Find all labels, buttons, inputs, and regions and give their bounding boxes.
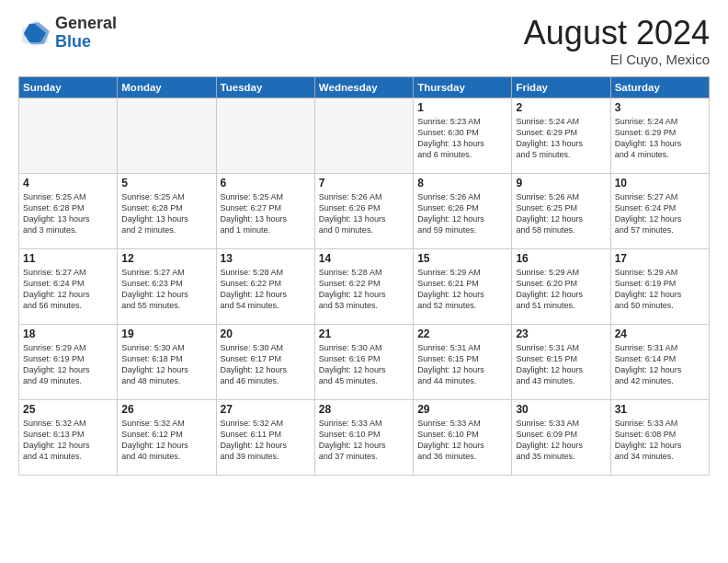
day-info: Sunrise: 5:33 AM Sunset: 6:10 PM Dayligh… [319, 418, 409, 463]
calendar-cell: 1Sunrise: 5:23 AM Sunset: 6:30 PM Daylig… [414, 98, 512, 173]
day-number: 11 [23, 252, 113, 265]
logo-text: General Blue [55, 15, 117, 52]
day-info: Sunrise: 5:30 AM Sunset: 6:18 PM Dayligh… [121, 342, 211, 387]
calendar-cell [19, 98, 118, 173]
page: General Blue August 2024 El Cuyo, Mexico… [0, 0, 728, 563]
day-info: Sunrise: 5:26 AM Sunset: 6:25 PM Dayligh… [516, 191, 606, 236]
calendar-cell [314, 98, 413, 173]
day-info: Sunrise: 5:27 AM Sunset: 6:24 PM Dayligh… [615, 191, 705, 236]
calendar-cell: 30Sunrise: 5:33 AM Sunset: 6:09 PM Dayli… [512, 399, 610, 475]
day-number: 5 [121, 177, 211, 190]
calendar-cell: 14Sunrise: 5:28 AM Sunset: 6:22 PM Dayli… [314, 248, 413, 324]
day-number: 26 [121, 403, 211, 416]
calendar-cell: 10Sunrise: 5:27 AM Sunset: 6:24 PM Dayli… [610, 173, 709, 248]
day-info: Sunrise: 5:25 AM Sunset: 6:27 PM Dayligh… [221, 191, 311, 236]
logo-general-text: General [55, 15, 117, 33]
day-number: 21 [319, 327, 409, 340]
day-number: 2 [516, 101, 606, 114]
day-info: Sunrise: 5:29 AM Sunset: 6:19 PM Dayligh… [615, 267, 705, 312]
day-info: Sunrise: 5:31 AM Sunset: 6:14 PM Dayligh… [615, 342, 705, 387]
calendar-cell: 21Sunrise: 5:30 AM Sunset: 6:16 PM Dayli… [314, 324, 413, 399]
day-info: Sunrise: 5:32 AM Sunset: 6:11 PM Dayligh… [221, 418, 311, 463]
day-info: Sunrise: 5:28 AM Sunset: 6:22 PM Dayligh… [319, 267, 409, 312]
calendar-cell: 29Sunrise: 5:33 AM Sunset: 6:10 PM Dayli… [414, 399, 512, 475]
title-block: August 2024 El Cuyo, Mexico [524, 15, 710, 67]
calendar-week-row: 1Sunrise: 5:23 AM Sunset: 6:30 PM Daylig… [19, 98, 710, 173]
calendar-table: SundayMondayTuesdayWednesdayThursdayFrid… [18, 76, 710, 476]
calendar-cell: 28Sunrise: 5:33 AM Sunset: 6:10 PM Dayli… [314, 399, 413, 475]
day-number: 19 [121, 327, 211, 340]
day-number: 10 [615, 177, 705, 190]
day-number: 25 [23, 403, 113, 416]
calendar-cell: 18Sunrise: 5:29 AM Sunset: 6:19 PM Dayli… [19, 324, 118, 399]
calendar-cell: 15Sunrise: 5:29 AM Sunset: 6:21 PM Dayli… [414, 248, 512, 324]
day-number: 18 [23, 327, 113, 340]
day-number: 9 [516, 177, 606, 190]
col-header-monday: Monday [118, 76, 216, 98]
calendar-week-row: 18Sunrise: 5:29 AM Sunset: 6:19 PM Dayli… [19, 324, 710, 399]
col-header-thursday: Thursday [414, 76, 512, 98]
col-header-sunday: Sunday [19, 76, 118, 98]
calendar-cell: 24Sunrise: 5:31 AM Sunset: 6:14 PM Dayli… [610, 324, 709, 399]
calendar-cell: 11Sunrise: 5:27 AM Sunset: 6:24 PM Dayli… [19, 248, 118, 324]
day-number: 17 [615, 252, 705, 265]
day-number: 6 [221, 177, 311, 190]
day-info: Sunrise: 5:31 AM Sunset: 6:15 PM Dayligh… [516, 342, 606, 387]
header: General Blue August 2024 El Cuyo, Mexico [18, 15, 710, 67]
calendar-cell: 27Sunrise: 5:32 AM Sunset: 6:11 PM Dayli… [216, 399, 314, 475]
day-number: 14 [319, 252, 409, 265]
day-number: 24 [615, 327, 705, 340]
day-number: 16 [516, 252, 606, 265]
calendar-cell [118, 98, 216, 173]
col-header-tuesday: Tuesday [216, 76, 314, 98]
day-number: 29 [417, 403, 507, 416]
day-info: Sunrise: 5:33 AM Sunset: 6:09 PM Dayligh… [516, 418, 606, 463]
calendar-cell: 22Sunrise: 5:31 AM Sunset: 6:15 PM Dayli… [414, 324, 512, 399]
col-header-saturday: Saturday [610, 76, 709, 98]
logo-blue-text: Blue [55, 33, 117, 52]
location: El Cuyo, Mexico [524, 52, 710, 67]
day-number: 28 [319, 403, 409, 416]
day-info: Sunrise: 5:33 AM Sunset: 6:08 PM Dayligh… [615, 418, 705, 463]
day-info: Sunrise: 5:26 AM Sunset: 6:26 PM Dayligh… [417, 191, 507, 236]
day-info: Sunrise: 5:24 AM Sunset: 6:29 PM Dayligh… [516, 116, 606, 161]
day-info: Sunrise: 5:25 AM Sunset: 6:28 PM Dayligh… [121, 191, 211, 236]
calendar-cell: 3Sunrise: 5:24 AM Sunset: 6:29 PM Daylig… [610, 98, 709, 173]
logo: General Blue [18, 15, 117, 52]
day-number: 22 [417, 327, 507, 340]
calendar-cell: 4Sunrise: 5:25 AM Sunset: 6:28 PM Daylig… [19, 173, 118, 248]
day-info: Sunrise: 5:33 AM Sunset: 6:10 PM Dayligh… [417, 418, 507, 463]
day-number: 31 [615, 403, 705, 416]
calendar-cell: 8Sunrise: 5:26 AM Sunset: 6:26 PM Daylig… [414, 173, 512, 248]
day-info: Sunrise: 5:25 AM Sunset: 6:28 PM Dayligh… [23, 191, 113, 236]
day-info: Sunrise: 5:29 AM Sunset: 6:21 PM Dayligh… [417, 267, 507, 312]
day-number: 13 [221, 252, 311, 265]
month-year: August 2024 [524, 15, 710, 52]
day-number: 3 [615, 101, 705, 114]
calendar-cell [216, 98, 314, 173]
day-info: Sunrise: 5:32 AM Sunset: 6:12 PM Dayligh… [121, 418, 211, 463]
day-info: Sunrise: 5:31 AM Sunset: 6:15 PM Dayligh… [417, 342, 507, 387]
day-number: 30 [516, 403, 606, 416]
day-info: Sunrise: 5:26 AM Sunset: 6:26 PM Dayligh… [319, 191, 409, 236]
day-info: Sunrise: 5:28 AM Sunset: 6:22 PM Dayligh… [221, 267, 311, 312]
col-header-friday: Friday [512, 76, 610, 98]
day-info: Sunrise: 5:30 AM Sunset: 6:16 PM Dayligh… [319, 342, 409, 387]
day-number: 20 [221, 327, 311, 340]
calendar-cell: 25Sunrise: 5:32 AM Sunset: 6:13 PM Dayli… [19, 399, 118, 475]
calendar-cell: 6Sunrise: 5:25 AM Sunset: 6:27 PM Daylig… [216, 173, 314, 248]
calendar-cell: 23Sunrise: 5:31 AM Sunset: 6:15 PM Dayli… [512, 324, 610, 399]
logo-icon [18, 17, 51, 50]
calendar-cell: 7Sunrise: 5:26 AM Sunset: 6:26 PM Daylig… [314, 173, 413, 248]
day-info: Sunrise: 5:32 AM Sunset: 6:13 PM Dayligh… [23, 418, 113, 463]
calendar-cell: 26Sunrise: 5:32 AM Sunset: 6:12 PM Dayli… [118, 399, 216, 475]
day-info: Sunrise: 5:29 AM Sunset: 6:19 PM Dayligh… [23, 342, 113, 387]
calendar-cell: 2Sunrise: 5:24 AM Sunset: 6:29 PM Daylig… [512, 98, 610, 173]
day-number: 7 [319, 177, 409, 190]
calendar-cell: 12Sunrise: 5:27 AM Sunset: 6:23 PM Dayli… [118, 248, 216, 324]
day-info: Sunrise: 5:24 AM Sunset: 6:29 PM Dayligh… [615, 116, 705, 161]
day-info: Sunrise: 5:23 AM Sunset: 6:30 PM Dayligh… [417, 116, 507, 161]
calendar-cell: 31Sunrise: 5:33 AM Sunset: 6:08 PM Dayli… [610, 399, 709, 475]
calendar-week-row: 11Sunrise: 5:27 AM Sunset: 6:24 PM Dayli… [19, 248, 710, 324]
col-header-wednesday: Wednesday [314, 76, 413, 98]
